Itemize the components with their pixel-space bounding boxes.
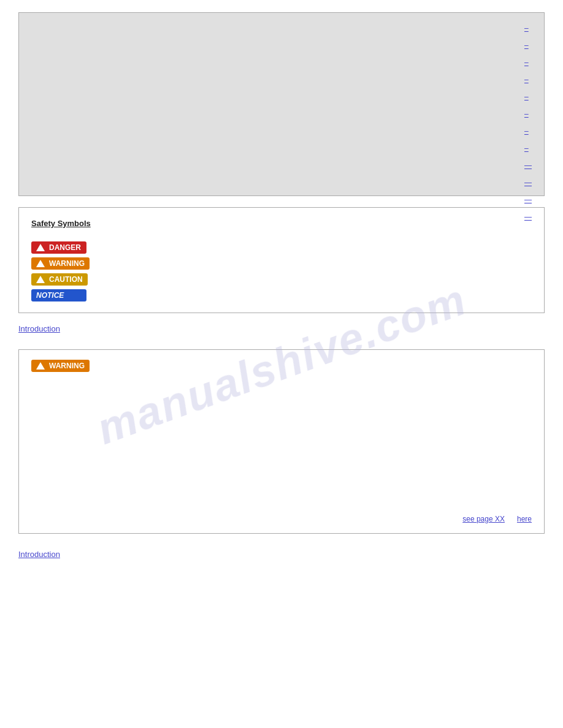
toc-link-3[interactable]: – bbox=[524, 58, 532, 67]
toc-links: – – – – – – – – — — — — bbox=[524, 24, 532, 221]
toc-link-6[interactable]: – bbox=[524, 110, 532, 118]
toc-link-7[interactable]: – bbox=[524, 127, 532, 135]
toc-link-12[interactable]: — bbox=[524, 213, 532, 221]
caution-triangle-icon bbox=[36, 276, 45, 283]
toc-box: – – – – – – – – — — — — bbox=[18, 12, 545, 196]
intro-link[interactable]: Introduction bbox=[18, 324, 60, 333]
caution-badge: CAUTION bbox=[31, 273, 532, 286]
danger-label: DANGER bbox=[49, 243, 81, 252]
toc-link-8[interactable]: – bbox=[524, 144, 532, 153]
notice-badge: NOTICE bbox=[31, 289, 532, 301]
warning-footer-link-1[interactable]: see page XX bbox=[462, 515, 505, 523]
safety-symbols-box: Safety Symbols DANGER WARNING CAUTION bbox=[18, 207, 545, 313]
warning-box-triangle-icon bbox=[36, 362, 45, 370]
toc-link-9[interactable]: — bbox=[524, 161, 532, 170]
warning-badge: WARNING bbox=[31, 257, 532, 270]
danger-triangle-icon bbox=[36, 244, 45, 251]
toc-link-1[interactable]: – bbox=[524, 24, 532, 32]
warning-label: WARNING bbox=[49, 259, 85, 268]
safety-symbols-list: DANGER WARNING CAUTION NOTICE bbox=[31, 241, 532, 301]
warning-box-header: WARNING bbox=[31, 360, 532, 372]
toc-link-5[interactable]: – bbox=[524, 93, 532, 101]
warning-box-badge-label: WARNING bbox=[49, 362, 85, 370]
warning-footer-links: see page XX here bbox=[31, 515, 532, 523]
warning-footer-link-2[interactable]: here bbox=[517, 515, 532, 523]
warning-box-body bbox=[31, 379, 532, 509]
notice-label: NOTICE bbox=[36, 291, 64, 300]
toc-link-4[interactable]: – bbox=[524, 75, 532, 84]
safety-symbols-title: Safety Symbols bbox=[31, 219, 91, 228]
danger-badge: DANGER bbox=[31, 241, 532, 254]
warning-triangle-icon bbox=[36, 260, 45, 267]
caution-label: CAUTION bbox=[49, 275, 83, 284]
toc-link-2[interactable]: – bbox=[524, 41, 532, 50]
toc-link-11[interactable]: — bbox=[524, 195, 532, 204]
warning-box: WARNING see page XX here bbox=[18, 349, 545, 534]
toc-link-10[interactable]: — bbox=[524, 178, 532, 187]
bottom-intro-link[interactable]: Introduction bbox=[18, 550, 60, 559]
